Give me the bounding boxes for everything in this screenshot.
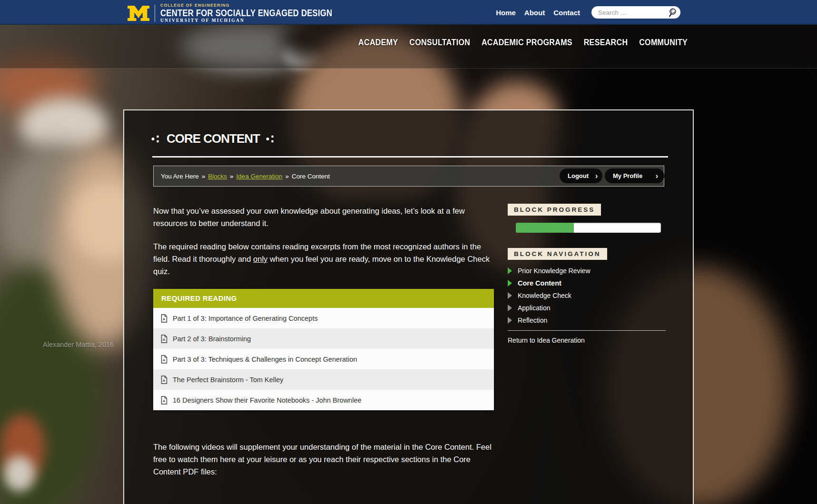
intro-paragraph: Now that you’ve assessed your own knowle…: [153, 205, 494, 229]
site-logo[interactable]: COLLEGE OF ENGINEERING CENTER FOR SOCIAL…: [128, 3, 365, 23]
block-navigation-label: BLOCK NAVIGATION: [508, 248, 607, 260]
underlined-word: only: [253, 255, 267, 263]
breadcrumb-separator: »: [285, 173, 289, 180]
logout-label: Logout: [568, 172, 589, 179]
pdf-file-icon: [161, 396, 167, 405]
main-nav-research[interactable]: RESEARCH: [584, 37, 628, 48]
block-nav-core-content[interactable]: Core Content: [508, 277, 669, 289]
account-buttons: Logout › My Profile ›: [560, 168, 664, 183]
reading-item-part3[interactable]: Part 3 of 3: Techniques & Challenges in …: [153, 349, 494, 369]
videos-paragraph: The following videos will supplement you…: [153, 441, 494, 478]
triangle-right-icon: [508, 305, 512, 311]
block-nav-label: Reflection: [518, 316, 547, 324]
triangle-right-icon: [508, 317, 512, 324]
sidebar-divider: [508, 330, 666, 331]
page-title-row: CORE CONTENT: [151, 131, 275, 146]
reading-item-label: Part 3 of 3: Techniques & Challenges in …: [173, 356, 357, 363]
reading-item-16-designers[interactable]: 16 Designers Show their Favorite Noteboo…: [153, 390, 494, 410]
breadcrumb-separator: »: [202, 173, 206, 180]
photo-credit: Alexander Mattia, 2016: [43, 341, 114, 348]
breadcrumb-prefix: You Are Here: [161, 173, 199, 180]
block-nav-application[interactable]: Application: [508, 302, 669, 314]
block-progress-bar: [516, 223, 661, 233]
reading-item-label: 16 Designers Show their Favorite Noteboo…: [173, 396, 362, 404]
main-nav: ACADEMY CONSULTATION ACADEMIC PROGRAMS R…: [358, 37, 688, 48]
main-nav-community[interactable]: COMMUNITY: [639, 37, 688, 48]
logo-title-line: CENTER FOR SOCIALLY ENGAGED DESIGN: [160, 8, 332, 18]
main-nav-academic-programs[interactable]: ACADEMIC PROGRAMS: [482, 37, 572, 48]
utility-nav-home[interactable]: Home: [496, 9, 516, 17]
required-reading-list: REQUIRED READING Part 1 of 3: Importance…: [153, 289, 494, 410]
block-nav-knowledge-check[interactable]: Knowledge Check: [508, 289, 669, 302]
search-icon[interactable]: [668, 8, 678, 18]
reading-item-part2[interactable]: Part 2 of 3: Brainstorming: [153, 328, 494, 349]
logo-divider: [155, 5, 155, 22]
chevron-right-icon: ›: [595, 172, 598, 180]
pdf-file-icon: [161, 355, 167, 364]
breadcrumb: You Are Here » Blocks » Idea Generation …: [161, 166, 330, 186]
pdf-file-icon: [161, 376, 167, 384]
reading-item-label: Part 1 of 3: Importance of Generating Co…: [173, 315, 318, 322]
required-reading-header: REQUIRED READING: [153, 289, 494, 308]
block-nav-reflection[interactable]: Reflection: [508, 314, 669, 326]
logo-college-line: COLLEGE OF ENGINEERING: [160, 3, 365, 8]
triangle-right-icon: [508, 267, 512, 274]
logo-university-line: UNIVERSITY OF MICHIGAN: [160, 19, 365, 23]
search-box[interactable]: [591, 6, 680, 19]
pdf-file-icon: [161, 335, 167, 343]
breadcrumb-separator: »: [230, 173, 234, 180]
utility-nav-about[interactable]: About: [524, 9, 545, 17]
michigan-m-icon: [128, 5, 149, 21]
page-title: CORE CONTENT: [167, 131, 260, 146]
search-input[interactable]: [598, 9, 662, 16]
breadcrumb-link-blocks[interactable]: Blocks: [208, 173, 227, 180]
block-navigation-list: Prior Knowledge Review Core Content Know…: [508, 265, 669, 326]
main-content-column: Now that you’ve assessed your own knowle…: [153, 201, 494, 478]
block-progress-label: BLOCK PROGRESS: [508, 204, 601, 216]
block-nav-label: Application: [518, 304, 551, 312]
reading-item-perfect-brainstorm[interactable]: The Perfect Brainstorm - Tom Kelley: [153, 369, 494, 390]
block-nav-label: Prior Knowledge Review: [518, 267, 591, 275]
triangle-right-icon: [508, 280, 512, 287]
logo-text: COLLEGE OF ENGINEERING CENTER FOR SOCIAL…: [160, 3, 365, 23]
title-underline: [152, 156, 668, 158]
title-dots-left-icon: [151, 133, 160, 145]
chevron-right-icon: ›: [656, 172, 658, 180]
main-nav-academy[interactable]: ACADEMY: [358, 37, 398, 48]
block-nav-label: Knowledge Check: [518, 292, 571, 299]
block-nav-label: Core Content: [518, 279, 561, 287]
triangle-right-icon: [508, 292, 512, 299]
reading-item-label: Part 2 of 3: Brainstorming: [173, 335, 251, 343]
my-profile-button[interactable]: My Profile ›: [605, 168, 664, 183]
photo-blob: [4, 456, 35, 492]
utility-nav: Home About Contact: [496, 0, 580, 25]
reading-item-label: The Perfect Brainstorm - Tom Kelley: [173, 376, 284, 384]
breadcrumb-current: Core Content: [292, 173, 330, 180]
site-header: COLLEGE OF ENGINEERING CENTER FOR SOCIAL…: [0, 0, 817, 25]
main-nav-consultation[interactable]: CONSULTATION: [409, 37, 470, 48]
reading-item-part1[interactable]: Part 1 of 3: Importance of Generating Co…: [153, 308, 494, 328]
reading-instructions-paragraph: The required reading below contains read…: [153, 240, 494, 277]
block-progress-fill: [516, 223, 574, 233]
page: COLLEGE OF ENGINEERING CENTER FOR SOCIAL…: [0, 0, 817, 504]
my-profile-label: My Profile: [613, 172, 642, 179]
block-sidebar: BLOCK PROGRESS BLOCK NAVIGATION Prior Kn…: [508, 204, 669, 344]
return-to-idea-generation-link[interactable]: Return to Idea Generation: [508, 336, 585, 344]
title-dots-right-icon: [266, 133, 275, 145]
content-panel: CORE CONTENT You Are Here » Blocks » Ide…: [123, 109, 694, 504]
utility-nav-contact[interactable]: Contact: [553, 9, 580, 17]
block-nav-prior-knowledge-review[interactable]: Prior Knowledge Review: [508, 265, 669, 277]
logout-button[interactable]: Logout ›: [560, 168, 602, 183]
pdf-file-icon: [161, 314, 167, 323]
breadcrumb-bar: You Are Here » Blocks » Idea Generation …: [153, 166, 664, 187]
breadcrumb-link-idea-generation[interactable]: Idea Generation: [236, 173, 283, 180]
